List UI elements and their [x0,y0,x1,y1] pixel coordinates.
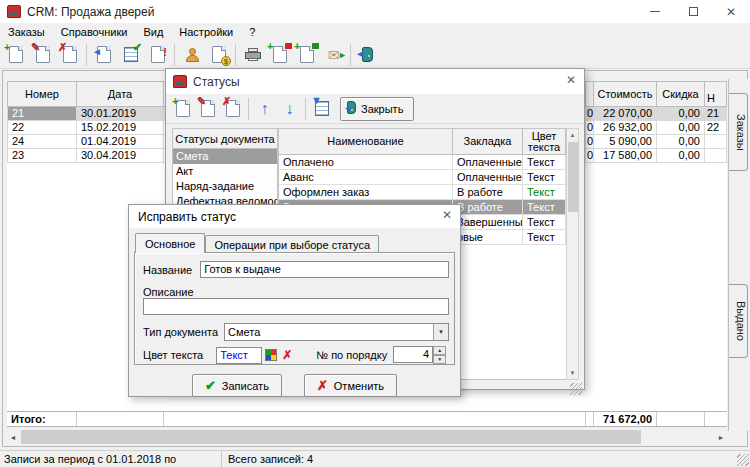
cell-date[interactable]: 15.02.2019 [77,121,164,135]
doc-type-item[interactable]: Акт [173,164,277,179]
send-mail-button[interactable]: ✉► [320,42,347,67]
cell-extra[interactable] [705,149,727,163]
cell-tail[interactable]: 0 [586,121,594,135]
cell-discount[interactable]: 0,00 [657,121,705,135]
text-color-value[interactable]: Текст [216,347,262,364]
dialog-resize-grip[interactable] [570,383,582,395]
cell-date[interactable]: 30.01.2019 [77,107,164,121]
horizontal-scrollbar[interactable]: ◄ ► [5,429,729,445]
column-header-date[interactable]: Дата [77,81,164,107]
cell-tail[interactable]: 0 [586,107,594,121]
tab-general[interactable]: Основное [135,233,205,253]
menu-help[interactable]: ? [241,24,263,40]
save-button[interactable]: ✔ Записать [192,374,282,397]
delete-order-button[interactable]: ✗ [56,42,83,67]
menu-orders[interactable]: Заказы [0,24,53,40]
column-header-tab[interactable]: Закладка [453,129,523,155]
spin-up-button[interactable]: ▲ [433,346,446,355]
cell-cost[interactable]: 5 090,00 [594,135,657,149]
cell-status-color[interactable]: Текст [523,185,566,200]
export-excel-button[interactable]: + [293,42,320,67]
cell-number[interactable]: 24 [7,135,77,149]
edit-status-button[interactable]: ✎ [195,96,220,121]
cell-status-tab[interactable]: В работе [453,185,523,200]
cell-tail[interactable]: 0 [586,135,594,149]
cell-cost[interactable]: 17 580,00 [594,149,657,163]
close-button[interactable]: ✕ [712,0,750,23]
cell-status-name[interactable]: Оформлен заказ [279,185,453,200]
tab-issued[interactable]: Выдано [729,284,748,358]
cell-status-tab[interactable]: овые [453,230,523,245]
cell-status-tab[interactable]: Оплаченные [453,170,523,185]
period-button[interactable]: ◄ [90,42,117,67]
scrollbar-thumb[interactable] [568,142,578,212]
column-header-discount[interactable]: Скидка [657,81,705,107]
order-number-spinner[interactable]: 4 ▲ ▼ [393,346,446,364]
combo-dropdown-button[interactable]: ▼ [433,324,448,340]
scroll-down-button[interactable]: ▼ [567,367,578,379]
cell-cost[interactable]: 22 070,00 [594,107,657,121]
column-header-cost[interactable]: Стоимость [594,81,657,107]
color-palette-button[interactable] [265,349,277,361]
clients-button[interactable] [178,42,205,67]
scroll-up-button[interactable]: ▲ [567,129,578,141]
print-button[interactable] [239,42,266,67]
doc-type-item[interactable]: Наряд-задание [173,179,277,194]
column-header-color[interactable]: Цвет текста [523,129,566,155]
export-pdf-button[interactable]: + [266,42,293,67]
cell-status-name[interactable]: Аванс [279,170,453,185]
maximize-button[interactable] [674,0,712,23]
cell-number[interactable]: 21 [7,107,77,121]
edit-dialog-close-button[interactable]: ✕ [442,208,452,222]
cell-number[interactable]: 22 [7,121,77,135]
cell-status-color[interactable]: Текст [523,155,566,170]
cell-discount[interactable]: 0,00 [657,107,705,121]
cell-extra[interactable] [705,135,727,149]
cell-discount[interactable]: 0,00 [657,135,705,149]
exit-button[interactable]: ◄ [354,42,381,67]
vertical-scrollbar[interactable]: ▲ ▼ [566,128,579,380]
cell-status-name[interactable]: Оплачено [279,155,453,170]
cell-tail[interactable]: 0 [586,149,594,163]
doc-types-header[interactable]: Статусы документа [173,129,277,149]
column-header-hidden[interactable] [586,81,594,107]
order-number-value[interactable]: 4 [393,346,433,363]
scroll-left-button[interactable]: ◄ [5,429,21,445]
tab-orders[interactable]: Заказы [729,93,748,171]
column-header-name[interactable]: Наименование [279,129,453,155]
name-input[interactable]: Готов к выдаче [200,261,449,278]
cell-cost[interactable]: 26 932,00 [594,121,657,135]
status-row[interactable]: Аванс Оплаченные Текст [279,170,566,185]
cell-status-color[interactable]: Текст [523,215,566,230]
important-button[interactable]: ! [144,42,171,67]
move-down-button[interactable]: ↓ [277,96,302,121]
tab-operations[interactable]: Операции при выборе статуса [205,235,379,253]
clear-color-button[interactable]: ✗ [280,348,294,362]
payments-button[interactable]: $ [205,42,232,67]
menu-directories[interactable]: Справочники [53,24,136,40]
cell-extra[interactable]: 22 [705,121,727,135]
report-button[interactable]: ▼ [309,96,334,121]
add-status-button[interactable]: + [170,96,195,121]
cell-status-tab[interactable]: Завершенные [453,215,523,230]
cell-status-color[interactable]: Текст [523,230,566,245]
cancel-button[interactable]: ✗ Отменить [304,374,397,397]
new-order-button[interactable]: + [2,42,29,67]
description-input[interactable] [143,298,449,315]
resize-grip[interactable] [737,454,749,466]
scroll-right-button[interactable]: ► [713,429,729,445]
cell-extra[interactable]: 21 [705,107,727,121]
move-up-button[interactable]: ↑ [252,96,277,121]
cell-discount[interactable]: 0,00 [657,149,705,163]
menu-view[interactable]: Вид [135,24,171,40]
doc-type-combobox[interactable]: Смета ▼ [224,323,449,341]
cell-status-color[interactable]: Текст [523,170,566,185]
cell-status-color[interactable]: Текст [523,200,566,215]
cell-status-tab[interactable]: В работе [453,200,523,215]
minimize-button[interactable] [636,0,674,23]
check-list-button[interactable]: ✔ [117,42,144,67]
spin-down-button[interactable]: ▼ [433,355,446,364]
status-row[interactable]: Оформлен заказ В работе Текст [279,185,566,200]
delete-status-button[interactable]: ✗ [220,96,245,121]
column-header-partial[interactable]: Н [705,81,727,107]
